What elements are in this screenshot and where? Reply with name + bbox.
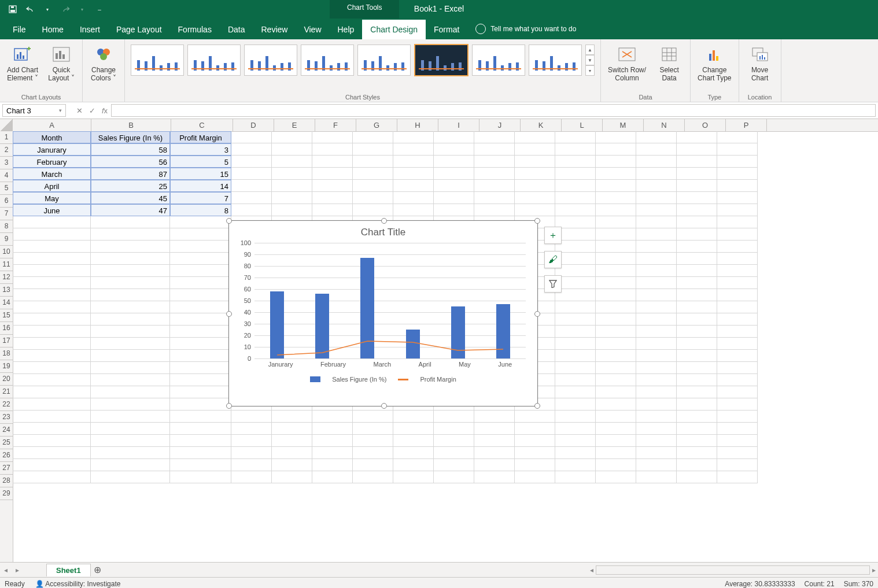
cell[interactable]: [474, 459, 515, 471]
chart-style-thumb[interactable]: [529, 45, 582, 76]
cell[interactable]: [596, 350, 636, 362]
cell[interactable]: [677, 277, 717, 289]
row-header[interactable]: 21: [0, 386, 13, 398]
cell[interactable]: [677, 423, 717, 435]
cell[interactable]: [312, 411, 353, 423]
select-data-button[interactable]: Select Data: [652, 42, 687, 84]
row-header[interactable]: 18: [0, 347, 13, 360]
cell[interactable]: [434, 447, 474, 459]
cell[interactable]: [91, 338, 170, 350]
column-header[interactable]: O: [685, 119, 726, 131]
cell[interactable]: [13, 301, 91, 313]
cell[interactable]: [353, 192, 393, 204]
row-header[interactable]: 5: [0, 182, 13, 195]
chart-style-thumb[interactable]: [301, 45, 354, 76]
cell[interactable]: [353, 435, 393, 447]
cell[interactable]: [474, 131, 515, 143]
cell[interactable]: [272, 180, 312, 192]
cell[interactable]: [91, 313, 170, 326]
row-header[interactable]: 27: [0, 462, 13, 475]
cell[interactable]: [170, 435, 231, 447]
cell[interactable]: [717, 326, 758, 338]
cell[interactable]: [555, 374, 596, 386]
cell[interactable]: [636, 180, 677, 192]
cell[interactable]: [312, 447, 353, 459]
cell[interactable]: [474, 435, 515, 447]
cell[interactable]: [170, 350, 231, 362]
cell[interactable]: 8: [170, 204, 231, 216]
cell[interactable]: [636, 362, 677, 374]
cell[interactable]: [91, 374, 170, 386]
cell[interactable]: [91, 289, 170, 301]
cell[interactable]: 87: [91, 168, 170, 180]
column-header[interactable]: L: [562, 119, 603, 131]
cell[interactable]: [677, 289, 717, 301]
row-header[interactable]: 12: [0, 271, 13, 284]
cell[interactable]: [596, 471, 636, 483]
column-header[interactable]: A: [13, 119, 91, 131]
bar[interactable]: [360, 258, 374, 358]
cell[interactable]: [393, 411, 434, 423]
cell[interactable]: [434, 131, 474, 143]
cell[interactable]: [91, 228, 170, 241]
cell[interactable]: [515, 131, 555, 143]
column-header[interactable]: H: [397, 119, 438, 131]
tab-review[interactable]: Review: [253, 20, 296, 39]
cell[interactable]: 3: [170, 143, 231, 156]
cell[interactable]: [677, 459, 717, 471]
cell[interactable]: [636, 471, 677, 483]
cell[interactable]: [555, 143, 596, 156]
column-header[interactable]: M: [603, 119, 644, 131]
cell[interactable]: [515, 168, 555, 180]
gallery-scroll[interactable]: ▲▼▾: [585, 45, 595, 76]
cell[interactable]: [353, 180, 393, 192]
legend[interactable]: Sales Figure (In %) Profit Margin: [229, 376, 537, 383]
cell[interactable]: [272, 156, 312, 168]
row-header[interactable]: 8: [0, 220, 13, 233]
tab-file[interactable]: File: [5, 20, 34, 39]
cell[interactable]: [677, 398, 717, 411]
cell[interactable]: [596, 265, 636, 277]
column-header[interactable]: G: [356, 119, 397, 131]
cell[interactable]: [555, 180, 596, 192]
cell[interactable]: [515, 143, 555, 156]
resize-handle[interactable]: [226, 218, 232, 224]
cell[interactable]: [13, 398, 91, 411]
row-header[interactable]: 29: [0, 487, 13, 500]
cell[interactable]: [312, 143, 353, 156]
cell[interactable]: [677, 156, 717, 168]
cell[interactable]: [272, 447, 312, 459]
cell[interactable]: [636, 447, 677, 459]
column-header[interactable]: F: [315, 119, 356, 131]
cell[interactable]: April: [13, 180, 91, 192]
cell[interactable]: [170, 374, 231, 386]
chart-styles-button[interactable]: 🖌: [544, 251, 562, 268]
column-header[interactable]: J: [479, 119, 521, 131]
cell[interactable]: [231, 143, 272, 156]
cell[interactable]: [231, 168, 272, 180]
formula-input[interactable]: [111, 104, 876, 117]
cell[interactable]: [596, 411, 636, 423]
cell[interactable]: [91, 253, 170, 265]
cell[interactable]: [434, 143, 474, 156]
cell[interactable]: [13, 216, 91, 228]
cell[interactable]: [13, 338, 91, 350]
cell[interactable]: [636, 435, 677, 447]
cell[interactable]: [231, 471, 272, 483]
enter-formula-icon[interactable]: ✓: [86, 103, 98, 117]
cell[interactable]: [393, 435, 434, 447]
cell[interactable]: [353, 143, 393, 156]
cell[interactable]: [13, 289, 91, 301]
cell[interactable]: [555, 313, 596, 326]
cell[interactable]: [717, 168, 758, 180]
chart-style-thumb[interactable]: [472, 45, 525, 76]
column-header[interactable]: E: [274, 119, 315, 131]
cell[interactable]: Janurary: [13, 143, 91, 156]
cell[interactable]: [353, 204, 393, 216]
scroll-right-icon[interactable]: ▸: [870, 566, 878, 574]
cell[interactable]: [272, 204, 312, 216]
cell[interactable]: [170, 313, 231, 326]
cell[interactable]: [596, 131, 636, 143]
cell[interactable]: [596, 241, 636, 253]
cell[interactable]: [272, 423, 312, 435]
